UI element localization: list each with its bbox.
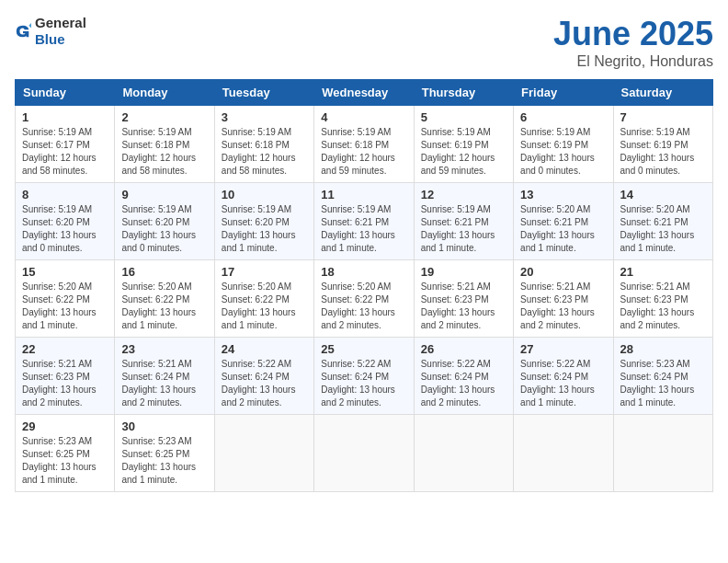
day-number: 25: [321, 342, 406, 356]
calendar-week-2: 8Sunrise: 5:19 AMSunset: 6:20 PMDaylight…: [16, 183, 713, 260]
cell-content: Sunrise: 5:20 AMSunset: 6:22 PMDaylight:…: [222, 282, 296, 330]
day-number: 10: [222, 188, 307, 201]
calendar-cell: [613, 415, 712, 492]
calendar-header: Sunday Monday Tuesday Wednesday Thursday…: [16, 80, 713, 106]
calendar-cell: 18Sunrise: 5:20 AMSunset: 6:22 PMDayligh…: [314, 260, 414, 338]
header-row: Sunday Monday Tuesday Wednesday Thursday…: [16, 80, 713, 106]
calendar-cell: 3Sunrise: 5:19 AMSunset: 6:18 PMDaylight…: [214, 106, 313, 183]
calendar-table: Sunday Monday Tuesday Wednesday Thursday…: [15, 79, 713, 492]
cell-content: Sunrise: 5:20 AMSunset: 6:22 PMDaylight:…: [22, 282, 97, 330]
day-number: 26: [421, 342, 506, 356]
day-number: 20: [520, 265, 606, 279]
calendar-cell: 9Sunrise: 5:19 AMSunset: 6:20 PMDaylight…: [115, 183, 214, 260]
calendar-cell: 2Sunrise: 5:19 AMSunset: 6:18 PMDaylight…: [115, 106, 214, 183]
calendar-cell: 23Sunrise: 5:21 AMSunset: 6:24 PMDayligh…: [115, 338, 214, 415]
cell-content: Sunrise: 5:19 AMSunset: 6:21 PMDaylight:…: [321, 204, 395, 253]
cell-content: Sunrise: 5:19 AMSunset: 6:20 PMDaylight:…: [22, 204, 97, 253]
cell-content: Sunrise: 5:20 AMSunset: 6:22 PMDaylight:…: [321, 282, 395, 330]
calendar-cell: 29Sunrise: 5:23 AMSunset: 6:25 PMDayligh…: [16, 415, 115, 492]
day-number: 13: [520, 188, 606, 201]
calendar-cell: 28Sunrise: 5:23 AMSunset: 6:24 PMDayligh…: [613, 338, 712, 415]
col-saturday: Saturday: [613, 80, 712, 106]
cell-content: Sunrise: 5:21 AMSunset: 6:23 PMDaylight:…: [620, 282, 695, 330]
calendar-body: 1Sunrise: 5:19 AMSunset: 6:17 PMDaylight…: [16, 106, 713, 492]
day-number: 4: [321, 110, 406, 124]
calendar-cell: 25Sunrise: 5:22 AMSunset: 6:24 PMDayligh…: [314, 338, 414, 415]
calendar-cell: 11Sunrise: 5:19 AMSunset: 6:21 PMDayligh…: [314, 183, 414, 260]
day-number: 9: [121, 188, 207, 201]
svg-marker-1: [28, 23, 31, 28]
cell-content: Sunrise: 5:19 AMSunset: 6:18 PMDaylight:…: [321, 127, 395, 176]
day-number: 23: [121, 342, 207, 356]
cell-content: Sunrise: 5:22 AMSunset: 6:24 PMDaylight:…: [321, 359, 395, 408]
day-number: 3: [222, 110, 307, 124]
calendar-cell: [414, 415, 513, 492]
day-number: 6: [520, 110, 606, 124]
cell-content: Sunrise: 5:19 AMSunset: 6:19 PMDaylight:…: [520, 127, 595, 176]
cell-content: Sunrise: 5:19 AMSunset: 6:18 PMDaylight:…: [121, 127, 196, 176]
calendar-cell: [314, 415, 414, 492]
col-monday: Monday: [115, 80, 214, 106]
calendar-cell: 6Sunrise: 5:19 AMSunset: 6:19 PMDaylight…: [514, 106, 613, 183]
cell-content: Sunrise: 5:19 AMSunset: 6:17 PMDaylight:…: [22, 127, 97, 176]
calendar-cell: 4Sunrise: 5:19 AMSunset: 6:18 PMDaylight…: [314, 106, 414, 183]
calendar-cell: 20Sunrise: 5:21 AMSunset: 6:23 PMDayligh…: [514, 260, 613, 338]
day-number: 18: [321, 265, 406, 279]
day-number: 17: [222, 265, 307, 279]
cell-content: Sunrise: 5:21 AMSunset: 6:24 PMDaylight:…: [121, 359, 196, 408]
calendar-cell: 7Sunrise: 5:19 AMSunset: 6:19 PMDaylight…: [613, 106, 712, 183]
calendar-cell: 22Sunrise: 5:21 AMSunset: 6:23 PMDayligh…: [16, 338, 115, 415]
calendar-cell: 26Sunrise: 5:22 AMSunset: 6:24 PMDayligh…: [414, 338, 513, 415]
day-number: 15: [22, 265, 108, 279]
logo-text: General Blue: [35, 15, 86, 48]
calendar-cell: 13Sunrise: 5:20 AMSunset: 6:21 PMDayligh…: [514, 183, 613, 260]
cell-content: Sunrise: 5:19 AMSunset: 6:18 PMDaylight:…: [222, 127, 296, 176]
cell-content: Sunrise: 5:23 AMSunset: 6:25 PMDaylight:…: [121, 436, 196, 485]
logo-blue: Blue: [35, 31, 65, 47]
logo-general: General: [35, 15, 86, 30]
calendar-week-5: 29Sunrise: 5:23 AMSunset: 6:25 PMDayligh…: [16, 415, 713, 492]
calendar-cell: 16Sunrise: 5:20 AMSunset: 6:22 PMDayligh…: [115, 260, 214, 338]
calendar-cell: 12Sunrise: 5:19 AMSunset: 6:21 PMDayligh…: [414, 183, 513, 260]
calendar-week-4: 22Sunrise: 5:21 AMSunset: 6:23 PMDayligh…: [16, 338, 713, 415]
calendar-cell: [214, 415, 313, 492]
day-number: 24: [222, 342, 307, 356]
calendar-cell: 5Sunrise: 5:19 AMSunset: 6:19 PMDaylight…: [414, 106, 513, 183]
day-number: 14: [620, 188, 706, 201]
cell-content: Sunrise: 5:20 AMSunset: 6:21 PMDaylight:…: [620, 204, 695, 253]
calendar-cell: 1Sunrise: 5:19 AMSunset: 6:17 PMDaylight…: [16, 106, 115, 183]
calendar-cell: 15Sunrise: 5:20 AMSunset: 6:22 PMDayligh…: [16, 260, 115, 338]
header: General Blue June 2025 El Negrito, Hondu…: [15, 15, 713, 70]
day-number: 16: [121, 265, 207, 279]
calendar-cell: [514, 415, 613, 492]
col-wednesday: Wednesday: [314, 80, 414, 106]
logo: General Blue: [15, 15, 86, 48]
calendar-cell: 17Sunrise: 5:20 AMSunset: 6:22 PMDayligh…: [214, 260, 313, 338]
cell-content: Sunrise: 5:21 AMSunset: 6:23 PMDaylight:…: [421, 282, 495, 330]
cell-content: Sunrise: 5:19 AMSunset: 6:20 PMDaylight:…: [121, 204, 196, 253]
calendar-cell: 10Sunrise: 5:19 AMSunset: 6:20 PMDayligh…: [214, 183, 313, 260]
cell-content: Sunrise: 5:19 AMSunset: 6:21 PMDaylight:…: [421, 204, 495, 253]
col-sunday: Sunday: [16, 80, 115, 106]
calendar-cell: 8Sunrise: 5:19 AMSunset: 6:20 PMDaylight…: [16, 183, 115, 260]
cell-content: Sunrise: 5:22 AMSunset: 6:24 PMDaylight:…: [222, 359, 296, 408]
cell-content: Sunrise: 5:19 AMSunset: 6:19 PMDaylight:…: [421, 127, 495, 176]
calendar-cell: 30Sunrise: 5:23 AMSunset: 6:25 PMDayligh…: [115, 415, 214, 492]
day-number: 7: [620, 110, 706, 124]
calendar-cell: 19Sunrise: 5:21 AMSunset: 6:23 PMDayligh…: [414, 260, 513, 338]
calendar-cell: 27Sunrise: 5:22 AMSunset: 6:24 PMDayligh…: [514, 338, 613, 415]
col-friday: Friday: [514, 80, 613, 106]
calendar-cell: 21Sunrise: 5:21 AMSunset: 6:23 PMDayligh…: [613, 260, 712, 338]
cell-content: Sunrise: 5:19 AMSunset: 6:20 PMDaylight:…: [222, 204, 296, 253]
col-thursday: Thursday: [414, 80, 513, 106]
day-number: 27: [520, 342, 606, 356]
month-title: June 2025: [553, 15, 713, 53]
cell-content: Sunrise: 5:21 AMSunset: 6:23 PMDaylight:…: [22, 359, 97, 408]
location-title: El Negrito, Honduras: [553, 53, 713, 70]
day-number: 29: [22, 419, 108, 433]
day-number: 1: [22, 110, 108, 124]
cell-content: Sunrise: 5:22 AMSunset: 6:24 PMDaylight:…: [421, 359, 495, 408]
cell-content: Sunrise: 5:19 AMSunset: 6:19 PMDaylight:…: [620, 127, 695, 176]
calendar-cell: 14Sunrise: 5:20 AMSunset: 6:21 PMDayligh…: [613, 183, 712, 260]
day-number: 12: [421, 188, 506, 201]
